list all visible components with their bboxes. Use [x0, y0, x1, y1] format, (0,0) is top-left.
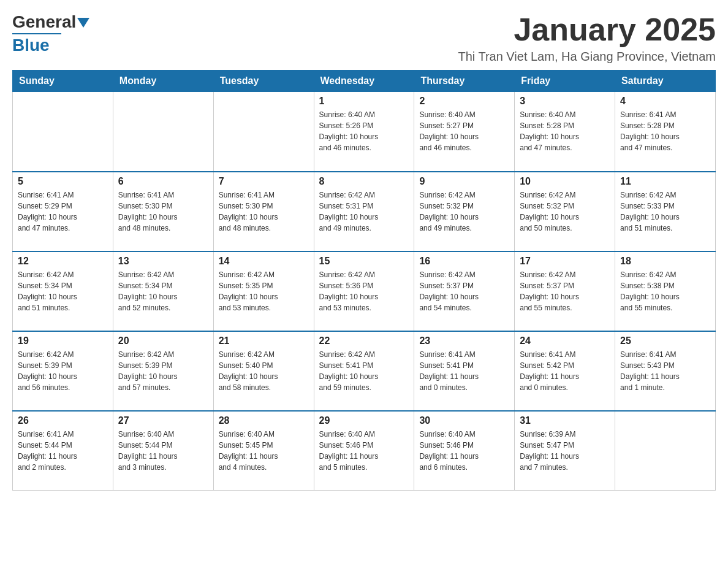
calendar-cell: 15Sunrise: 6:42 AM Sunset: 5:36 PM Dayli… — [314, 251, 414, 331]
calendar-cell — [213, 92, 314, 172]
day-number: 12 — [18, 256, 108, 267]
day-number: 16 — [419, 256, 509, 267]
day-number: 25 — [620, 335, 710, 347]
calendar-cell: 21Sunrise: 6:42 AM Sunset: 5:40 PM Dayli… — [213, 331, 314, 411]
day-info: Sunrise: 6:40 AM Sunset: 5:46 PM Dayligh… — [419, 429, 509, 473]
calendar-cell — [13, 92, 113, 172]
day-info: Sunrise: 6:42 AM Sunset: 5:37 PM Dayligh… — [520, 269, 610, 313]
day-info: Sunrise: 6:42 AM Sunset: 5:38 PM Dayligh… — [620, 269, 710, 313]
calendar-cell: 20Sunrise: 6:42 AM Sunset: 5:39 PM Dayli… — [113, 331, 213, 411]
calendar-cell: 4Sunrise: 6:41 AM Sunset: 5:28 PM Daylig… — [615, 92, 716, 172]
calendar-cell: 8Sunrise: 6:42 AM Sunset: 5:31 PM Daylig… — [314, 172, 414, 251]
day-info: Sunrise: 6:40 AM Sunset: 5:46 PM Dayligh… — [319, 429, 409, 473]
day-info: Sunrise: 6:39 AM Sunset: 5:47 PM Dayligh… — [520, 429, 610, 473]
day-info: Sunrise: 6:42 AM Sunset: 5:35 PM Dayligh… — [219, 269, 309, 313]
calendar-cell: 27Sunrise: 6:40 AM Sunset: 5:44 PM Dayli… — [113, 411, 213, 491]
day-number: 20 — [118, 335, 208, 347]
calendar-week-row-3: 12Sunrise: 6:42 AM Sunset: 5:34 PM Dayli… — [13, 251, 716, 331]
day-number: 10 — [520, 176, 610, 187]
day-number: 30 — [419, 415, 509, 426]
logo-general-text: General — [12, 12, 76, 32]
logo-blue-text: Blue — [12, 36, 50, 55]
calendar-cell: 14Sunrise: 6:42 AM Sunset: 5:35 PM Dayli… — [213, 251, 314, 331]
day-info: Sunrise: 6:41 AM Sunset: 5:30 PM Dayligh… — [118, 190, 208, 234]
calendar-cell: 19Sunrise: 6:42 AM Sunset: 5:39 PM Dayli… — [13, 331, 113, 411]
day-info: Sunrise: 6:42 AM Sunset: 5:32 PM Dayligh… — [419, 190, 509, 234]
calendar-cell: 23Sunrise: 6:41 AM Sunset: 5:41 PM Dayli… — [414, 331, 515, 411]
calendar-week-row-4: 19Sunrise: 6:42 AM Sunset: 5:39 PM Dayli… — [13, 331, 716, 411]
calendar-cell: 17Sunrise: 6:42 AM Sunset: 5:37 PM Dayli… — [515, 251, 615, 331]
weekday-header-tuesday: Tuesday — [213, 71, 314, 92]
calendar-cell — [113, 92, 213, 172]
day-info: Sunrise: 6:40 AM Sunset: 5:28 PM Dayligh… — [520, 109, 610, 153]
day-number: 26 — [18, 415, 108, 426]
weekday-header-sunday: Sunday — [13, 71, 113, 92]
calendar-cell: 2Sunrise: 6:40 AM Sunset: 5:27 PM Daylig… — [414, 92, 515, 172]
day-info: Sunrise: 6:42 AM Sunset: 5:41 PM Dayligh… — [319, 349, 409, 393]
calendar-cell: 16Sunrise: 6:42 AM Sunset: 5:37 PM Dayli… — [414, 251, 515, 331]
location-title: Thi Tran Viet Lam, Ha Giang Province, Vi… — [458, 50, 716, 64]
day-number: 21 — [219, 335, 309, 347]
weekday-header-monday: Monday — [113, 71, 213, 92]
day-info: Sunrise: 6:42 AM Sunset: 5:33 PM Dayligh… — [620, 190, 710, 234]
day-number: 28 — [219, 415, 309, 426]
day-number: 5 — [18, 176, 108, 187]
calendar-cell: 31Sunrise: 6:39 AM Sunset: 5:47 PM Dayli… — [515, 411, 615, 491]
day-number: 29 — [319, 415, 409, 426]
day-number: 24 — [520, 335, 610, 347]
calendar-cell: 30Sunrise: 6:40 AM Sunset: 5:46 PM Dayli… — [414, 411, 515, 491]
weekday-header-wednesday: Wednesday — [314, 71, 414, 92]
day-number: 15 — [319, 256, 409, 267]
day-number: 4 — [620, 96, 710, 107]
day-info: Sunrise: 6:42 AM Sunset: 5:39 PM Dayligh… — [18, 349, 108, 393]
calendar-cell: 18Sunrise: 6:42 AM Sunset: 5:38 PM Dayli… — [615, 251, 716, 331]
day-number: 8 — [319, 176, 409, 187]
day-number: 1 — [319, 96, 409, 107]
calendar-week-row-5: 26Sunrise: 6:41 AM Sunset: 5:44 PM Dayli… — [13, 411, 716, 491]
calendar-week-row-1: 1Sunrise: 6:40 AM Sunset: 5:26 PM Daylig… — [13, 92, 716, 172]
day-number: 17 — [520, 256, 610, 267]
day-number: 22 — [319, 335, 409, 347]
title-section: January 2025 Thi Tran Viet Lam, Ha Giang… — [458, 12, 716, 64]
day-info: Sunrise: 6:42 AM Sunset: 5:31 PM Dayligh… — [319, 190, 409, 234]
calendar-cell: 10Sunrise: 6:42 AM Sunset: 5:32 PM Dayli… — [515, 172, 615, 251]
day-number: 19 — [18, 335, 108, 347]
calendar-cell: 29Sunrise: 6:40 AM Sunset: 5:46 PM Dayli… — [314, 411, 414, 491]
calendar-cell: 22Sunrise: 6:42 AM Sunset: 5:41 PM Dayli… — [314, 331, 414, 411]
calendar-table: SundayMondayTuesdayWednesdayThursdayFrid… — [12, 70, 716, 491]
calendar-cell: 26Sunrise: 6:41 AM Sunset: 5:44 PM Dayli… — [13, 411, 113, 491]
day-info: Sunrise: 6:42 AM Sunset: 5:36 PM Dayligh… — [319, 269, 409, 313]
month-title: January 2025 — [458, 12, 716, 47]
day-info: Sunrise: 6:42 AM Sunset: 5:34 PM Dayligh… — [18, 269, 108, 313]
calendar-cell: 1Sunrise: 6:40 AM Sunset: 5:26 PM Daylig… — [314, 92, 414, 172]
day-info: Sunrise: 6:41 AM Sunset: 5:42 PM Dayligh… — [520, 349, 610, 393]
calendar-cell: 6Sunrise: 6:41 AM Sunset: 5:30 PM Daylig… — [113, 172, 213, 251]
day-info: Sunrise: 6:41 AM Sunset: 5:44 PM Dayligh… — [18, 429, 108, 473]
day-number: 31 — [520, 415, 610, 426]
day-info: Sunrise: 6:41 AM Sunset: 5:41 PM Dayligh… — [419, 349, 509, 393]
weekday-header-row: SundayMondayTuesdayWednesdayThursdayFrid… — [13, 71, 716, 92]
calendar-cell: 12Sunrise: 6:42 AM Sunset: 5:34 PM Dayli… — [13, 251, 113, 331]
day-number: 18 — [620, 256, 710, 267]
day-info: Sunrise: 6:40 AM Sunset: 5:26 PM Dayligh… — [319, 109, 409, 153]
logo-divider — [12, 33, 61, 34]
day-info: Sunrise: 6:42 AM Sunset: 5:34 PM Dayligh… — [118, 269, 208, 313]
calendar-cell: 28Sunrise: 6:40 AM Sunset: 5:45 PM Dayli… — [213, 411, 314, 491]
day-info: Sunrise: 6:41 AM Sunset: 5:30 PM Dayligh… — [219, 190, 309, 234]
day-number: 2 — [419, 96, 509, 107]
weekday-header-thursday: Thursday — [414, 71, 515, 92]
day-info: Sunrise: 6:40 AM Sunset: 5:44 PM Dayligh… — [118, 429, 208, 473]
day-info: Sunrise: 6:42 AM Sunset: 5:40 PM Dayligh… — [219, 349, 309, 393]
day-number: 7 — [219, 176, 309, 187]
day-number: 6 — [118, 176, 208, 187]
day-info: Sunrise: 6:42 AM Sunset: 5:39 PM Dayligh… — [118, 349, 208, 393]
logo-triangle-icon — [77, 18, 89, 28]
logo: General Blue — [12, 12, 89, 55]
calendar-cell: 9Sunrise: 6:42 AM Sunset: 5:32 PM Daylig… — [414, 172, 515, 251]
calendar-cell: 25Sunrise: 6:41 AM Sunset: 5:43 PM Dayli… — [615, 331, 716, 411]
day-number: 23 — [419, 335, 509, 347]
day-number: 13 — [118, 256, 208, 267]
calendar-cell: 13Sunrise: 6:42 AM Sunset: 5:34 PM Dayli… — [113, 251, 213, 331]
day-info: Sunrise: 6:42 AM Sunset: 5:32 PM Dayligh… — [520, 190, 610, 234]
calendar-cell — [615, 411, 716, 491]
